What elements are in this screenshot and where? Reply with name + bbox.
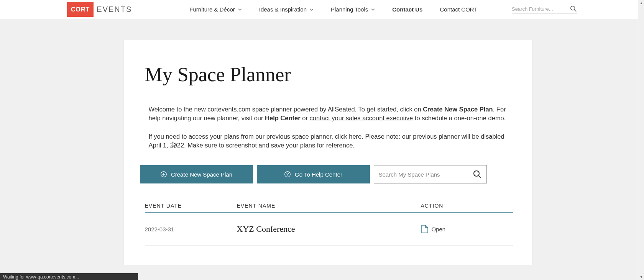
plans-table: EVENT DATE EVENT NAME ACTION 2022-03-31 … (145, 203, 513, 246)
svg-point-5 (285, 172, 290, 177)
chevron-down-icon (238, 8, 242, 11)
nav-contact-us-label: Contact Us (392, 6, 422, 13)
site-header: CORT EVENTS Furniture & Décor Ideas & In… (0, 0, 644, 19)
svg-point-7 (474, 171, 479, 176)
open-plan-link[interactable]: Open (421, 224, 513, 234)
contact-sales-link[interactable]: contact your sales account executive (310, 115, 413, 121)
logo[interactable]: CORT EVENTS (67, 2, 132, 17)
table-header-row: EVENT DATE EVENT NAME ACTION (145, 203, 513, 213)
intro-text: or (301, 115, 310, 121)
scroll-up-arrow-icon[interactable]: ▲ (638, 0, 644, 6)
nav-contact-us[interactable]: Contact Us (392, 6, 422, 13)
plus-circle-icon (160, 171, 167, 178)
action-row: Create New Space Plan Go To Help Center (140, 165, 513, 183)
chevron-down-icon (371, 8, 375, 11)
intro-paragraph-1: Welcome to the new cortevents.com space … (149, 105, 513, 123)
th-event-name: EVENT NAME (237, 203, 421, 209)
logo-box: CORT (67, 2, 94, 17)
intro2-text: If you need to access your plans from ou… (149, 133, 504, 149)
nav-planning-label: Planning Tools (331, 6, 368, 13)
intro-text: Welcome to the new cortevents.com space … (149, 106, 423, 113)
content-card: My Space Planner Welcome to the new cort… (124, 40, 532, 265)
th-action: ACTION (421, 203, 513, 209)
nav-contact-cort-label: Contact CORT (440, 6, 477, 13)
go-to-help-center-button[interactable]: Go To Help Center (257, 165, 370, 183)
intro-text: to schedule a one-on-one demo. (413, 115, 506, 121)
create-new-space-plan-button[interactable]: Create New Space Plan (140, 165, 253, 183)
main-nav: Furniture & Décor Ideas & Inspiration Pl… (189, 6, 477, 13)
td-event-date: 2022-03-31 (145, 226, 237, 233)
intro-paragraph-2: If you need to access your plans from ou… (149, 132, 513, 150)
nav-planning[interactable]: Planning Tools (331, 6, 375, 13)
document-icon (421, 224, 429, 234)
logo-text: EVENTS (97, 5, 132, 14)
nav-ideas-label: Ideas & Inspiration (259, 6, 307, 13)
help-button-label: Go To Help Center (295, 171, 342, 178)
intro-create-bold: Create New Space Plan (423, 106, 493, 113)
intro-help-bold: Help Center (265, 115, 301, 121)
plan-search-input[interactable] (379, 171, 473, 178)
nav-contact-cort[interactable]: Contact CORT (440, 6, 477, 13)
plan-search[interactable] (374, 165, 487, 183)
create-button-label: Create New Space Plan (171, 171, 232, 178)
svg-line-1 (575, 10, 577, 12)
question-circle-icon (284, 171, 291, 178)
search-icon[interactable] (570, 5, 577, 12)
header-search-input[interactable] (512, 6, 570, 12)
td-event-name: XYZ Conference (237, 224, 421, 234)
nav-ideas[interactable]: Ideas & Inspiration (259, 6, 314, 13)
svg-point-0 (571, 6, 575, 10)
open-label: Open (432, 226, 446, 233)
th-event-date: EVENT DATE (145, 203, 237, 209)
scrollbar[interactable]: ▲ ▼ (638, 0, 644, 265)
page-body: My Space Planner Welcome to the new cort… (0, 19, 644, 265)
search-icon[interactable] (473, 170, 482, 179)
table-row: 2022-03-31 XYZ Conference Open (145, 213, 513, 246)
header-search[interactable] (512, 5, 577, 13)
svg-line-8 (479, 176, 481, 178)
nav-furniture[interactable]: Furniture & Décor (189, 6, 242, 13)
page-title: My Space Planner (145, 63, 513, 86)
chevron-down-icon (310, 8, 314, 11)
svg-point-6 (287, 176, 288, 176)
nav-furniture-label: Furniture & Décor (189, 6, 235, 13)
